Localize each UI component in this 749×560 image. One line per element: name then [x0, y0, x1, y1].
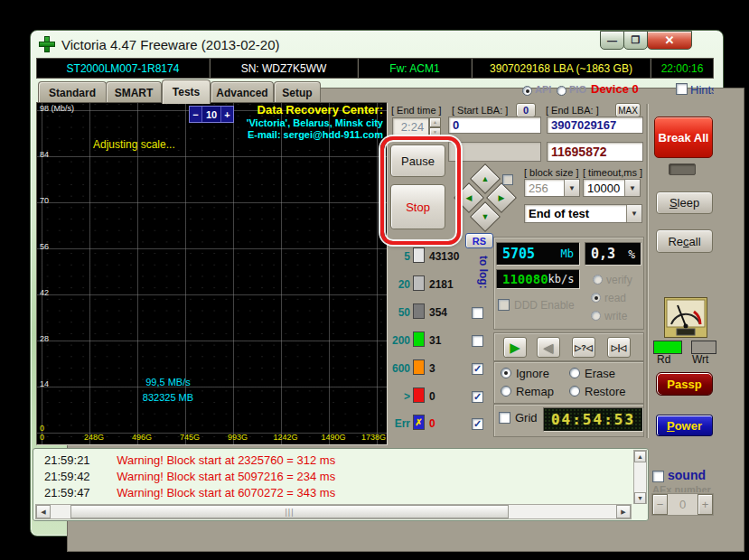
x-tick: 1738G: [353, 433, 386, 442]
y-tick: 14: [40, 379, 49, 388]
clock: 22:00:16: [651, 59, 713, 78]
after-action-select[interactable]: End of test ▼: [524, 204, 642, 223]
break-all-label: Break All: [659, 131, 709, 145]
api-label: API: [535, 84, 551, 95]
end-time-spin-buttons: ▲ ▼: [429, 117, 441, 136]
end-time-spinner: 2:24 ▲ ▼: [392, 117, 441, 136]
maximize-icon: ❐: [632, 34, 641, 46]
spin-up-icon[interactable]: ▲: [429, 117, 441, 127]
read-activity-led: [653, 341, 682, 354]
spin-down-icon[interactable]: ▼: [429, 127, 441, 137]
log-checkbox[interactable]: ✓: [472, 418, 483, 430]
x-tick: 0: [40, 433, 58, 442]
counter-count: 0: [429, 417, 435, 430]
ddd-enable-checkbox[interactable]: [498, 299, 510, 311]
recall-button[interactable]: Recall: [656, 229, 713, 253]
y-tick: 28: [40, 334, 49, 343]
minimize-button[interactable]: —: [600, 31, 624, 50]
percent-lcd: 0,3 %: [585, 242, 641, 266]
drive-info-bar: ST2000LM007-1R8174 SN: WDZ7K5WW Fw: ACM1…: [36, 58, 714, 79]
rs-button[interactable]: RS: [465, 233, 493, 248]
pio-radio[interactable]: [557, 86, 566, 96]
remap-radio[interactable]: [501, 386, 511, 397]
api-radio[interactable]: [522, 86, 532, 96]
hints-label: Hints: [690, 83, 714, 97]
zoom-out-button[interactable]: −: [190, 107, 202, 122]
log-message: Warning! Block start at 6070272 = 343 ms: [117, 486, 335, 499]
tab-tests[interactable]: Tests: [162, 79, 211, 104]
seek-end-button[interactable]: ▷|◁: [607, 337, 631, 358]
hints-checkbox[interactable]: [676, 83, 688, 95]
sleep-button[interactable]: Sleep: [656, 191, 713, 214]
timeout-value: 10000: [584, 182, 624, 195]
banner-city: 'Victoria', Belarus, Minsk city: [247, 117, 383, 129]
log-checkbox[interactable]: [472, 307, 483, 319]
chevron-down-icon[interactable]: ▼: [624, 180, 640, 196]
passp-button[interactable]: Passp: [656, 372, 713, 396]
maximize-button[interactable]: ❐: [623, 31, 648, 50]
block-size-select[interactable]: 256 ▼: [524, 179, 580, 197]
tab-smart[interactable]: SMART: [106, 81, 162, 103]
chevron-down-icon[interactable]: ▼: [564, 180, 579, 196]
tab-standard[interactable]: Standard: [38, 81, 107, 103]
counter-label: 600: [387, 362, 410, 375]
counter-swatch: [413, 359, 425, 375]
timeout-select[interactable]: 10000 ▼: [583, 179, 641, 197]
start-lba-input[interactable]: 0: [448, 117, 541, 134]
seek-question-button[interactable]: ▷?◁: [572, 337, 595, 358]
zoom-value: 10: [202, 107, 221, 122]
sound-label: sound: [668, 468, 706, 482]
sound-checkbox[interactable]: [652, 471, 664, 482]
power-button[interactable]: Power: [656, 415, 713, 436]
log-checkbox[interactable]: ✓: [472, 363, 483, 375]
verify-radio[interactable]: [593, 275, 603, 285]
log-checkbox[interactable]: [472, 335, 483, 347]
block-size-checkbox[interactable]: [502, 174, 513, 185]
timeout-label: [ timeout,ms ]: [583, 167, 642, 178]
log-message: Warning! Block start at 2325760 = 312 ms: [117, 453, 335, 467]
spinner-minus-button[interactable]: −: [652, 494, 668, 515]
read-label: read: [604, 292, 626, 304]
play-button[interactable]: ▶: [503, 337, 527, 358]
analog-gauge-icon: [664, 297, 707, 338]
start-lba-zero-button[interactable]: 0: [516, 103, 536, 117]
seek-end-icon: ▷|◁: [612, 343, 626, 352]
log-message: Warning! Block start at 5097216 = 234 ms: [117, 470, 335, 483]
passed-size-value: 5705: [502, 246, 535, 262]
zoom-in-button[interactable]: +: [221, 107, 233, 122]
erase-radio[interactable]: [569, 368, 580, 378]
close-button[interactable]: ✕: [647, 31, 692, 50]
log-vscrollbar[interactable]: ▲ ▼: [633, 450, 647, 504]
y-tick: 70: [40, 196, 49, 205]
counter-count: 0: [429, 390, 435, 403]
back-button[interactable]: ◀: [537, 337, 560, 358]
scroll-right-icon[interactable]: ▶: [616, 505, 631, 518]
spinner-plus-button[interactable]: +: [698, 494, 713, 515]
restore-radio[interactable]: [569, 386, 580, 397]
scroll-up-icon[interactable]: ▲: [634, 451, 646, 462]
sound-number-spinner: − 0 +: [651, 493, 714, 516]
max-lba-button[interactable]: MAX: [615, 103, 641, 117]
counter-swatch: [413, 331, 425, 347]
readout-position: 832325 MB: [109, 392, 227, 403]
grid-checkbox[interactable]: [499, 412, 510, 424]
scroll-left-icon[interactable]: ◀: [36, 505, 51, 518]
log-checkbox[interactable]: ✓: [472, 391, 483, 403]
break-all-button[interactable]: Break All: [654, 117, 713, 158]
hscroll-thumb[interactable]: |||: [70, 505, 509, 518]
rd-label: Rd: [657, 353, 670, 366]
counter-label: 20: [387, 278, 410, 291]
seek-question-icon: ▷?◁: [575, 343, 592, 352]
write-radio[interactable]: [591, 311, 601, 321]
speed-unit: kb/s: [548, 273, 575, 285]
counter-count: 31: [429, 334, 441, 347]
window-title: Victoria 4.47 Freeware (2013-02-20): [61, 37, 280, 52]
read-radio[interactable]: [591, 293, 601, 303]
chevron-down-icon[interactable]: ▼: [626, 205, 641, 222]
scroll-down-icon[interactable]: ▼: [634, 492, 646, 504]
end-lba-input[interactable]: 3907029167: [547, 117, 643, 134]
tab-advanced[interactable]: Advanced: [211, 81, 274, 103]
tab-setup[interactable]: Setup: [274, 81, 321, 103]
log-hscrollbar[interactable]: ◀ ||| ▶: [35, 504, 632, 519]
ignore-radio[interactable]: [501, 368, 511, 378]
